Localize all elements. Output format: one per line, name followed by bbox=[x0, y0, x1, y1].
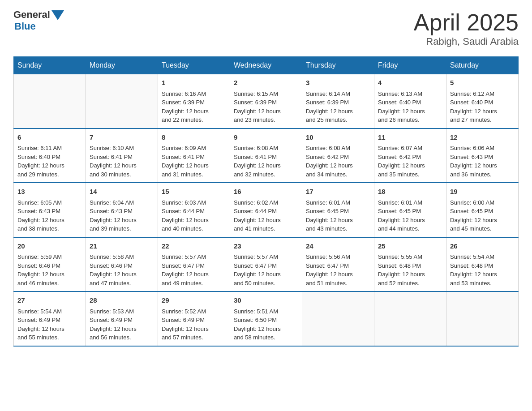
day-number: 2 bbox=[234, 78, 298, 88]
day-info: Sunrise: 6:08 AM Sunset: 6:41 PM Dayligh… bbox=[234, 144, 298, 179]
day-number: 18 bbox=[378, 187, 442, 197]
calendar-cell: 9Sunrise: 6:08 AM Sunset: 6:41 PM Daylig… bbox=[230, 128, 302, 183]
calendar-week-row: 27Sunrise: 5:54 AM Sunset: 6:49 PM Dayli… bbox=[14, 291, 519, 346]
logo-blue-text: Blue bbox=[14, 21, 36, 32]
calendar-cell bbox=[302, 291, 374, 346]
day-info: Sunrise: 5:54 AM Sunset: 6:49 PM Dayligh… bbox=[17, 307, 82, 342]
calendar-cell: 21Sunrise: 5:58 AM Sunset: 6:46 PM Dayli… bbox=[86, 237, 158, 292]
calendar-table: SundayMondayTuesdayWednesdayThursdayFrid… bbox=[13, 56, 519, 347]
calendar-week-row: 6Sunrise: 6:11 AM Sunset: 6:40 PM Daylig… bbox=[14, 128, 519, 183]
calendar-cell: 6Sunrise: 6:11 AM Sunset: 6:40 PM Daylig… bbox=[14, 128, 86, 183]
day-header-tuesday: Tuesday bbox=[158, 57, 230, 74]
day-info: Sunrise: 6:10 AM Sunset: 6:41 PM Dayligh… bbox=[90, 144, 154, 179]
day-number: 17 bbox=[306, 187, 370, 197]
day-number: 13 bbox=[17, 187, 82, 197]
month-title: April 2025 bbox=[414, 9, 519, 36]
day-header-sunday: Sunday bbox=[14, 57, 86, 74]
day-number: 29 bbox=[162, 295, 226, 306]
day-number: 14 bbox=[90, 187, 154, 197]
calendar-header-row: SundayMondayTuesdayWednesdayThursdayFrid… bbox=[14, 57, 519, 74]
day-number: 7 bbox=[90, 133, 154, 143]
calendar-cell: 12Sunrise: 6:06 AM Sunset: 6:43 PM Dayli… bbox=[446, 128, 519, 183]
day-info: Sunrise: 6:01 AM Sunset: 6:45 PM Dayligh… bbox=[378, 198, 442, 233]
day-header-thursday: Thursday bbox=[302, 57, 374, 74]
calendar-cell: 20Sunrise: 5:59 AM Sunset: 6:46 PM Dayli… bbox=[14, 237, 86, 292]
calendar-cell: 3Sunrise: 6:14 AM Sunset: 6:39 PM Daylig… bbox=[302, 74, 374, 128]
day-number: 16 bbox=[234, 187, 298, 197]
day-info: Sunrise: 5:54 AM Sunset: 6:48 PM Dayligh… bbox=[450, 253, 515, 287]
day-number: 22 bbox=[162, 241, 226, 252]
calendar-cell: 1Sunrise: 6:16 AM Sunset: 6:39 PM Daylig… bbox=[158, 74, 230, 128]
day-info: Sunrise: 6:09 AM Sunset: 6:41 PM Dayligh… bbox=[162, 144, 226, 179]
day-number: 4 bbox=[378, 78, 442, 88]
calendar-cell: 13Sunrise: 6:05 AM Sunset: 6:43 PM Dayli… bbox=[14, 183, 86, 237]
calendar-cell: 18Sunrise: 6:01 AM Sunset: 6:45 PM Dayli… bbox=[374, 183, 446, 237]
day-info: Sunrise: 5:53 AM Sunset: 6:49 PM Dayligh… bbox=[90, 307, 154, 342]
day-info: Sunrise: 5:51 AM Sunset: 6:50 PM Dayligh… bbox=[234, 307, 298, 342]
calendar-cell: 14Sunrise: 6:04 AM Sunset: 6:43 PM Dayli… bbox=[86, 183, 158, 237]
day-number: 24 bbox=[306, 241, 370, 252]
day-header-friday: Friday bbox=[374, 57, 446, 74]
day-info: Sunrise: 5:52 AM Sunset: 6:49 PM Dayligh… bbox=[162, 307, 226, 342]
day-info: Sunrise: 6:04 AM Sunset: 6:43 PM Dayligh… bbox=[90, 198, 154, 233]
calendar-cell: 4Sunrise: 6:13 AM Sunset: 6:40 PM Daylig… bbox=[374, 74, 446, 128]
calendar-cell: 30Sunrise: 5:51 AM Sunset: 6:50 PM Dayli… bbox=[230, 291, 302, 346]
day-number: 28 bbox=[90, 295, 154, 306]
calendar-cell: 25Sunrise: 5:55 AM Sunset: 6:48 PM Dayli… bbox=[374, 237, 446, 292]
day-number: 15 bbox=[162, 187, 226, 197]
calendar-cell bbox=[374, 291, 446, 346]
day-number: 8 bbox=[162, 133, 226, 143]
day-info: Sunrise: 6:03 AM Sunset: 6:44 PM Dayligh… bbox=[162, 198, 226, 233]
calendar-cell: 26Sunrise: 5:54 AM Sunset: 6:48 PM Dayli… bbox=[446, 237, 519, 292]
calendar-cell bbox=[86, 74, 158, 128]
day-number: 30 bbox=[234, 295, 298, 306]
day-number: 11 bbox=[378, 133, 442, 143]
day-header-monday: Monday bbox=[86, 57, 158, 74]
day-number: 9 bbox=[234, 133, 298, 143]
day-header-saturday: Saturday bbox=[446, 57, 519, 74]
calendar-cell: 29Sunrise: 5:52 AM Sunset: 6:49 PM Dayli… bbox=[158, 291, 230, 346]
day-number: 5 bbox=[450, 78, 515, 88]
day-number: 27 bbox=[17, 295, 82, 306]
day-number: 10 bbox=[306, 133, 370, 143]
day-number: 20 bbox=[17, 241, 82, 252]
calendar-cell: 22Sunrise: 5:57 AM Sunset: 6:47 PM Dayli… bbox=[158, 237, 230, 292]
calendar-cell: 23Sunrise: 5:57 AM Sunset: 6:47 PM Dayli… bbox=[230, 237, 302, 292]
day-info: Sunrise: 5:57 AM Sunset: 6:47 PM Dayligh… bbox=[162, 253, 226, 287]
calendar-cell: 10Sunrise: 6:08 AM Sunset: 6:42 PM Dayli… bbox=[302, 128, 374, 183]
day-number: 26 bbox=[450, 241, 515, 252]
calendar-cell: 19Sunrise: 6:00 AM Sunset: 6:45 PM Dayli… bbox=[446, 183, 519, 237]
calendar-week-row: 20Sunrise: 5:59 AM Sunset: 6:46 PM Dayli… bbox=[14, 237, 519, 292]
title-section: April 2025 Rabigh, Saudi Arabia bbox=[414, 9, 519, 47]
day-info: Sunrise: 5:56 AM Sunset: 6:47 PM Dayligh… bbox=[306, 253, 370, 287]
day-number: 6 bbox=[17, 133, 82, 143]
day-number: 1 bbox=[162, 78, 226, 88]
calendar-cell: 24Sunrise: 5:56 AM Sunset: 6:47 PM Dayli… bbox=[302, 237, 374, 292]
calendar-cell bbox=[446, 291, 519, 346]
day-info: Sunrise: 6:02 AM Sunset: 6:44 PM Dayligh… bbox=[234, 198, 298, 233]
location-text: Rabigh, Saudi Arabia bbox=[414, 36, 519, 47]
day-number: 3 bbox=[306, 78, 370, 88]
calendar-week-row: 1Sunrise: 6:16 AM Sunset: 6:39 PM Daylig… bbox=[14, 74, 519, 128]
day-info: Sunrise: 6:07 AM Sunset: 6:42 PM Dayligh… bbox=[378, 144, 442, 179]
day-info: Sunrise: 6:12 AM Sunset: 6:40 PM Dayligh… bbox=[450, 90, 515, 124]
calendar-cell: 7Sunrise: 6:10 AM Sunset: 6:41 PM Daylig… bbox=[86, 128, 158, 183]
logo-general-text: General bbox=[13, 9, 50, 21]
day-info: Sunrise: 6:16 AM Sunset: 6:39 PM Dayligh… bbox=[162, 90, 226, 124]
day-number: 25 bbox=[378, 241, 442, 252]
calendar-cell: 17Sunrise: 6:01 AM Sunset: 6:45 PM Dayli… bbox=[302, 183, 374, 237]
day-info: Sunrise: 5:55 AM Sunset: 6:48 PM Dayligh… bbox=[378, 253, 442, 287]
logo: General Blue bbox=[13, 9, 64, 32]
calendar-cell: 11Sunrise: 6:07 AM Sunset: 6:42 PM Dayli… bbox=[374, 128, 446, 183]
day-number: 12 bbox=[450, 133, 515, 143]
day-info: Sunrise: 6:08 AM Sunset: 6:42 PM Dayligh… bbox=[306, 144, 370, 179]
logo-triangle-icon bbox=[51, 10, 64, 20]
calendar-cell: 27Sunrise: 5:54 AM Sunset: 6:49 PM Dayli… bbox=[14, 291, 86, 346]
day-info: Sunrise: 6:00 AM Sunset: 6:45 PM Dayligh… bbox=[450, 198, 515, 233]
day-info: Sunrise: 6:13 AM Sunset: 6:40 PM Dayligh… bbox=[378, 90, 442, 124]
day-header-wednesday: Wednesday bbox=[230, 57, 302, 74]
calendar-cell: 16Sunrise: 6:02 AM Sunset: 6:44 PM Dayli… bbox=[230, 183, 302, 237]
calendar-cell: 2Sunrise: 6:15 AM Sunset: 6:39 PM Daylig… bbox=[230, 74, 302, 128]
day-info: Sunrise: 6:11 AM Sunset: 6:40 PM Dayligh… bbox=[17, 144, 82, 179]
day-info: Sunrise: 5:58 AM Sunset: 6:46 PM Dayligh… bbox=[90, 253, 154, 287]
